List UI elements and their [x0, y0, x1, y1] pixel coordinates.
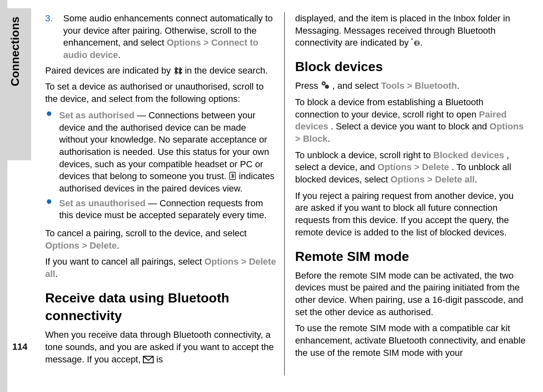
menu-options: Options: [377, 162, 412, 172]
menu-separator: >: [82, 240, 87, 251]
step-number: 3.: [45, 12, 53, 25]
menu-separator: >: [203, 37, 209, 48]
text: To unblock a device, scroll right to: [295, 150, 433, 160]
menu-options: Options: [45, 240, 79, 251]
menu-separator: >: [241, 256, 246, 267]
page-number: 114: [12, 341, 28, 353]
text: . Select a device you want to block and: [331, 121, 489, 131]
menu-options: Options: [490, 121, 524, 131]
period: .: [327, 134, 330, 144]
text: in the device search.: [185, 65, 268, 76]
menu-bluetooth: Bluetooth: [415, 81, 457, 91]
menu-options: Options: [205, 256, 239, 267]
menu-key-icon: [321, 81, 330, 90]
text: Paired devices are indicated by: [45, 65, 173, 76]
svg-text:*: *: [411, 38, 413, 42]
block-device-text: To block a device from establishing a Bl…: [295, 96, 527, 145]
period: .: [457, 81, 459, 91]
svg-point-6: [323, 83, 324, 84]
authorised-device-icon: [229, 172, 236, 180]
receive-data-text: When you receive data through Bluetooth …: [45, 329, 277, 365]
cancel-pairing-text: To cancel a pairing, scroll to the devic…: [45, 227, 277, 251]
right-column: displayed, and the item is placed in the…: [284, 12, 527, 376]
continuation-text: displayed, and the item is placed in the…: [295, 12, 527, 49]
text: To cancel a pairing, scroll to the devic…: [45, 228, 246, 238]
menu-delete: Delete: [90, 240, 117, 251]
block-press-text: Press , and select Tools > Bluetooth.: [295, 80, 527, 92]
remote-sim-p1: Before the remote SIM mode can be activa…: [295, 270, 527, 318]
reject-pairing-text: If you reject a pairing request from ano…: [295, 190, 527, 239]
menu-options: Options: [391, 174, 425, 184]
menu-block: Block: [303, 134, 327, 144]
auth-intro: To set a device as authorised or unautho…: [45, 81, 277, 105]
bluetooth-paired-icon: [173, 67, 182, 74]
label-set-authorised: Set as authorised: [59, 110, 134, 120]
text: Press: [295, 81, 321, 91]
period: .: [420, 37, 423, 48]
section-tab-label: Connections: [7, 16, 23, 86]
text: , and select: [332, 81, 381, 91]
cancel-all-pairings-text: If you want to cancel all pairings, sele…: [45, 256, 277, 280]
paired-indicator-text: Paired devices are indicated by in the d…: [45, 65, 277, 77]
svg-point-5: [325, 85, 329, 89]
period: .: [55, 269, 58, 279]
heading-receive-data: Receive data using Bluetooth connectivit…: [45, 289, 277, 325]
menu-delete: Delete: [422, 162, 449, 172]
menu-separator: >: [407, 81, 412, 91]
text: displayed, and the item is placed in the…: [295, 13, 510, 48]
remote-sim-p2: To use the remote SIM mode with a compat…: [295, 322, 527, 359]
content-columns: 3. Some audio enhancements connect autom…: [45, 12, 527, 376]
bullet-icon: [47, 111, 51, 116]
bluetooth-message-icon: *: [411, 38, 420, 46]
left-column: 3. Some audio enhancements connect autom…: [45, 12, 284, 376]
menu-separator: >: [414, 162, 419, 172]
label-set-unauthorised: Set as unauthorised: [59, 198, 145, 208]
bullet-set-unauthorised: Set as unauthorised — Connection request…: [45, 197, 277, 221]
period: .: [475, 174, 477, 184]
heading-remote-sim: Remote SIM mode: [295, 248, 527, 265]
period: .: [118, 50, 120, 60]
menu-tools: Tools: [381, 81, 405, 91]
text: To block a device from establishing a Bl…: [295, 97, 484, 120]
menu-blocked-devices: Blocked devices: [433, 150, 504, 160]
menu-delete-all: Delete all: [435, 174, 475, 184]
step-3: 3. Some audio enhancements connect autom…: [45, 12, 277, 61]
text: If you want to cancel all pairings, sele…: [45, 256, 205, 267]
menu-options: Options: [167, 37, 201, 48]
heading-block-devices: Block devices: [295, 58, 527, 76]
menu-separator: >: [295, 134, 301, 144]
menu-separator: >: [427, 174, 433, 184]
period: .: [117, 240, 119, 251]
unblock-device-text: To unblock a device, scroll right to Blo…: [295, 149, 527, 186]
left-margin-stripe: [0, 0, 7, 392]
bullet-set-authorised: Set as authorised — Connections between …: [45, 109, 277, 195]
bullet-icon: [47, 199, 51, 204]
envelope-icon: [143, 356, 154, 363]
text: is: [156, 354, 163, 364]
